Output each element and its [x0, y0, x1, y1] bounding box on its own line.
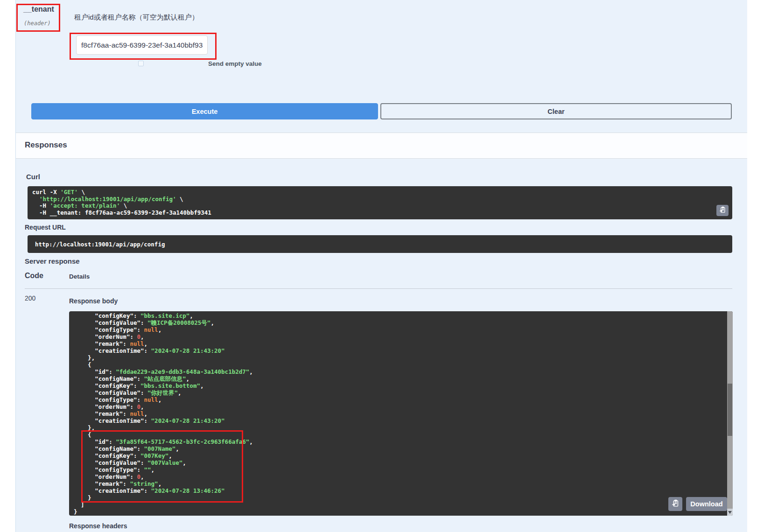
code-token: "configValue":: [74, 389, 147, 396]
code-token: ,: [210, 319, 214, 326]
code-line: "creationTime": "2024-07-28 21:43:20": [74, 417, 728, 424]
code-token: ,: [158, 396, 162, 403]
code-token: "configKey":: [74, 312, 140, 319]
server-response-label: Server response: [25, 257, 80, 265]
code-token: 'accept: text/plain': [50, 202, 120, 209]
annotation-box-response-item: [81, 430, 243, 503]
code-token: {: [74, 361, 91, 368]
code-token: curl -X: [32, 189, 60, 196]
code-line: "configValue": "赣ICP备20008025号",: [74, 319, 728, 326]
code-token: }: [74, 508, 77, 515]
swagger-ui-screen: __tenant (header) 租户id或者租户名称（可空为默认租户） Se…: [0, 0, 778, 532]
execute-button[interactable]: Execute: [31, 103, 378, 119]
details-column-header: Details: [69, 273, 90, 280]
code-token: [32, 196, 39, 203]
code-line: -H __tenant: f8cf76aa-ac59-6399-23ef-3a1…: [32, 210, 728, 217]
code-line: "configKey": "bbs.site.icp",: [74, 312, 728, 319]
code-token: null: [144, 396, 158, 403]
code-token: "bbs.site.bottom": [140, 382, 200, 389]
code-token: "configType":: [74, 396, 144, 403]
code-line: curl -X 'GET' \: [32, 189, 728, 196]
code-token: ,: [178, 389, 182, 396]
request-url-block: http://localhost:19001/api/app/config: [28, 235, 732, 253]
scrollbar-down-button[interactable]: [727, 509, 733, 516]
copy-to-clipboard-button[interactable]: [716, 205, 729, 216]
code-token: ,: [249, 368, 253, 375]
code-line: },: [74, 354, 728, 361]
send-empty-value-checkbox[interactable]: [138, 61, 144, 66]
code-token: },: [74, 354, 95, 361]
code-line: "configType": null,: [74, 396, 728, 403]
code-token: 0: [137, 333, 140, 340]
code-token: ,: [140, 333, 144, 340]
code-token: "2024-07-28 21:43:20": [151, 347, 225, 354]
code-column-header: Code: [25, 272, 43, 280]
code-token: "站点底部信息": [144, 375, 186, 382]
code-token: "你好世界": [147, 389, 178, 396]
code-token: "bbs.site.icp": [140, 312, 189, 319]
response-headers-label: Response headers: [69, 522, 127, 530]
param-name: __tenant: [23, 5, 54, 14]
scrollbar-thumb[interactable]: [728, 384, 732, 436]
param-location: (header): [24, 20, 51, 27]
status-code: 200: [25, 294, 35, 302]
code-line: "remark": null,: [74, 410, 728, 417]
code-line: "configName": "站点底部信息",: [74, 375, 728, 382]
code-line: -H 'accept: text/plain' \: [32, 203, 728, 210]
param-description: 租户id或者租户名称（可空为默认租户）: [74, 13, 199, 22]
code-token: ,: [200, 382, 204, 389]
request-url-label: Request URL: [25, 224, 66, 231]
response-body-label: Response body: [69, 297, 118, 305]
curl-command-block: curl -X 'GET' \ 'http://localhost:19001/…: [28, 186, 732, 219]
responses-title: Responses: [25, 140, 67, 150]
code-token: "configKey":: [74, 382, 140, 389]
code-line: "orderNum": 0,: [74, 333, 728, 340]
copy-response-button[interactable]: [668, 497, 682, 511]
code-token: "creationTime":: [74, 417, 151, 424]
clear-button[interactable]: Clear: [380, 103, 732, 119]
code-token: ,: [144, 410, 148, 417]
code-line: "configKey": "bbs.site.bottom",: [74, 382, 728, 389]
code-token: "2024-07-28 21:43:20": [151, 417, 225, 424]
code-line: "creationTime": "2024-07-28 21:43:20": [74, 347, 728, 354]
code-token: ,: [189, 312, 193, 319]
code-token: "configName":: [74, 375, 144, 382]
code-line: "orderNum": 0,: [74, 403, 728, 410]
code-token: ,: [249, 438, 253, 445]
get-operation-block: __tenant (header) 租户id或者租户名称（可空为默认租户） Se…: [15, 0, 747, 532]
code-token: ,: [186, 375, 190, 382]
code-line: "id": "fddae229-a2e9-ddb3-648a-3a140bc1b…: [74, 368, 728, 375]
responses-section-header: Responses: [16, 133, 747, 159]
download-button[interactable]: Download: [686, 497, 727, 511]
code-token: "configType":: [74, 326, 144, 333]
code-token: null: [130, 340, 144, 347]
code-token: "orderNum":: [74, 333, 137, 340]
code-token: "creationTime":: [74, 347, 151, 354]
code-line: "configType": null,: [74, 326, 728, 333]
code-token: 'http://localhost:19001/api/app/config': [39, 196, 176, 203]
code-token: \: [78, 189, 85, 196]
tenant-value-input[interactable]: [76, 35, 208, 55]
send-empty-value-label: Send empty value: [208, 60, 262, 67]
response-table-divider: [25, 288, 732, 289]
chevron-down-icon: [728, 511, 732, 514]
code-token: ,: [140, 403, 144, 410]
code-token: "赣ICP备20008025号": [147, 319, 210, 326]
code-line: {: [74, 361, 728, 368]
response-body-scrollbar[interactable]: [727, 311, 733, 516]
code-token: "configValue":: [74, 319, 147, 326]
code-token: 'GET': [60, 189, 78, 196]
code-token: null: [130, 410, 144, 417]
code-line: }: [74, 508, 728, 515]
code-line: "configValue": "你好世界",: [74, 389, 728, 396]
code-line: "remark": null,: [74, 340, 728, 347]
code-token: "fddae229-a2e9-ddb3-648a-3a140bc1b2d7": [116, 368, 249, 375]
code-token: "remark":: [74, 340, 130, 347]
clipboard-copy-icon: [672, 499, 680, 509]
code-token: null: [144, 326, 158, 333]
response-body-block: "configKey": "bbs.site.icp", "configValu…: [69, 311, 733, 516]
code-token: -H: [32, 202, 50, 209]
code-token: \: [176, 196, 183, 203]
code-token: "orderNum":: [74, 403, 137, 410]
code-token: ,: [158, 326, 162, 333]
